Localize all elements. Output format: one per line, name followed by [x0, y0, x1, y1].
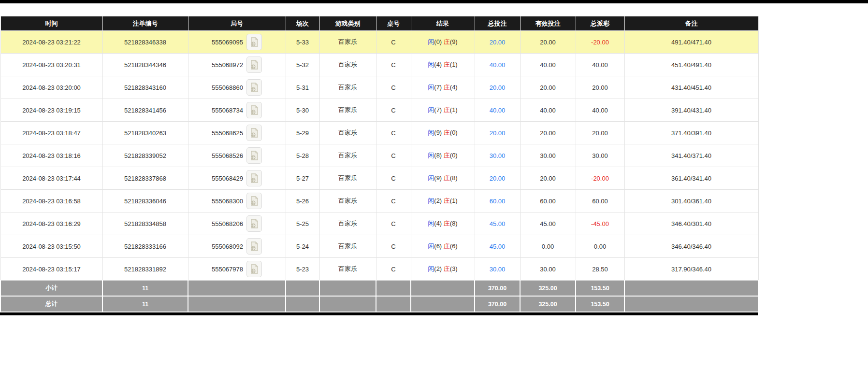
cell-result: 闲(6) 庄(6) — [411, 235, 475, 258]
cell-session: 5-30 — [286, 99, 319, 122]
result-player-label: 闲 — [428, 152, 434, 159]
table-row: 2024-08-23 03:21:22521828346338555069095… — [0, 31, 758, 54]
cell-remark: 391.40/431.40 — [624, 99, 758, 122]
footer-empty — [376, 281, 411, 297]
cell-result: 闲(4) 庄(8) — [411, 212, 475, 235]
bet-records-table: 时间注单编号局号场次游戏类别桌号结果总投注有效投注总派彩备注 2024-08-2… — [0, 16, 759, 312]
round-replay-button[interactable] — [246, 125, 262, 141]
film-icon — [250, 241, 259, 252]
round-replay-button[interactable] — [246, 147, 262, 164]
round-replay-button[interactable] — [246, 102, 262, 118]
footer-valid-bet: 325.00 — [520, 296, 576, 312]
round-number: 555068092 — [212, 243, 243, 250]
cell-remark: 341.40/371.40 — [624, 144, 758, 167]
result-player-label: 闲 — [428, 129, 434, 136]
cell-table-no: C — [376, 144, 411, 167]
round-number: 555068860 — [212, 84, 243, 91]
cell-valid-bet: 20.00 — [520, 122, 576, 144]
cell-valid-bet: 20.00 — [520, 31, 576, 54]
round-number: 555068734 — [212, 107, 243, 114]
film-icon — [250, 173, 259, 184]
footer-empty — [624, 296, 758, 312]
cell-session: 5-29 — [286, 122, 319, 144]
cell-valid-bet: 30.00 — [520, 144, 576, 167]
footer-label: 小计 — [0, 281, 102, 297]
round-replay-button[interactable] — [246, 238, 262, 255]
cell-result: 闲(9) 庄(8) — [411, 167, 475, 190]
cell-round-no: 555068429 — [188, 167, 286, 190]
result-player-label: 闲 — [428, 106, 434, 113]
cell-total-payout: 60.00 — [576, 190, 624, 212]
footer-empty — [376, 296, 411, 312]
cell-time: 2024-08-23 03:20:00 — [0, 76, 102, 99]
footer-empty — [411, 281, 475, 297]
cell-total-bet: 40.00 — [475, 54, 520, 76]
cell-bet-no: 521828344346 — [102, 54, 188, 76]
round-replay-button[interactable] — [246, 215, 262, 232]
cell-bet-no: 521828331892 — [102, 258, 188, 281]
cell-round-no: 555068860 — [188, 76, 286, 99]
cell-result: 闲(7) 庄(1) — [411, 99, 475, 122]
round-replay-button[interactable] — [246, 79, 262, 96]
cell-total-payout: 28.50 — [576, 258, 624, 281]
top-divider-bar — [0, 0, 868, 3]
round-replay-button[interactable] — [246, 170, 262, 186]
cell-session: 5-26 — [286, 190, 319, 212]
footer-label: 总计 — [0, 296, 102, 312]
grand-total-row: 总计11370.00325.00153.50 — [0, 296, 758, 312]
result-player-label: 闲 — [428, 242, 434, 250]
cell-bet-no: 521828337868 — [102, 167, 188, 190]
cell-time: 2024-08-23 03:19:15 — [0, 99, 102, 122]
cell-total-bet: 20.00 — [475, 122, 520, 144]
footer-empty — [286, 281, 319, 297]
cell-result: 闲(0) 庄(9) — [411, 31, 475, 54]
table-body: 2024-08-23 03:21:22521828346338555069095… — [0, 31, 758, 281]
cell-time: 2024-08-23 03:16:58 — [0, 190, 102, 212]
cell-round-no: 555068206 — [188, 212, 286, 235]
cell-round-no: 555069095 — [188, 31, 286, 54]
result-player-label: 闲 — [428, 174, 434, 182]
cell-total-bet: 20.00 — [475, 167, 520, 190]
cell-table-no: C — [376, 76, 411, 99]
cell-bet-no: 521828339052 — [102, 144, 188, 167]
cell-valid-bet: 20.00 — [520, 167, 576, 190]
result-banker-label: 庄 — [444, 197, 450, 204]
cell-game-type: 百家乐 — [319, 235, 376, 258]
cell-time: 2024-08-23 03:15:17 — [0, 258, 102, 281]
film-icon — [250, 219, 259, 229]
film-icon — [250, 196, 259, 206]
table-footer: 小计11370.00325.00153.50总计11370.00325.0015… — [0, 281, 758, 312]
cell-game-type: 百家乐 — [319, 212, 376, 235]
film-icon — [250, 37, 259, 47]
cell-game-type: 百家乐 — [319, 190, 376, 212]
cell-bet-no: 521828341456 — [102, 99, 188, 122]
table-row: 2024-08-23 03:19:15521828341456555068734… — [0, 99, 758, 122]
cell-total-bet: 30.00 — [475, 258, 520, 281]
cell-result: 闲(8) 庄(0) — [411, 144, 475, 167]
cell-bet-no: 521828343160 — [102, 76, 188, 99]
result-banker-label: 庄 — [444, 84, 450, 91]
table-row: 2024-08-23 03:17:44521828337868555068429… — [0, 167, 758, 190]
round-replay-button[interactable] — [246, 193, 262, 209]
round-replay-button[interactable] — [246, 261, 262, 277]
footer-valid-bet: 325.00 — [520, 281, 576, 297]
cell-valid-bet: 30.00 — [520, 258, 576, 281]
cell-table-no: C — [376, 235, 411, 258]
table-row: 2024-08-23 03:15:50521828333166555068092… — [0, 235, 758, 258]
cell-game-type: 百家乐 — [319, 54, 376, 76]
footer-total-payout: 153.50 — [576, 296, 624, 312]
cell-round-no: 555068526 — [188, 144, 286, 167]
table-header-row: 时间注单编号局号场次游戏类别桌号结果总投注有效投注总派彩备注 — [0, 16, 758, 31]
round-number: 555068526 — [212, 152, 243, 159]
cell-result: 闲(9) 庄(0) — [411, 122, 475, 144]
cell-table-no: C — [376, 167, 411, 190]
round-replay-button[interactable] — [246, 57, 262, 73]
footer-empty — [286, 296, 319, 312]
cell-total-bet: 30.00 — [475, 144, 520, 167]
cell-bet-no: 521828334858 — [102, 212, 188, 235]
result-banker-label: 庄 — [444, 129, 450, 136]
footer-empty — [188, 296, 286, 312]
round-replay-button[interactable] — [246, 34, 262, 50]
cell-total-payout: 20.00 — [576, 76, 624, 99]
footer-count: 11 — [102, 281, 188, 297]
